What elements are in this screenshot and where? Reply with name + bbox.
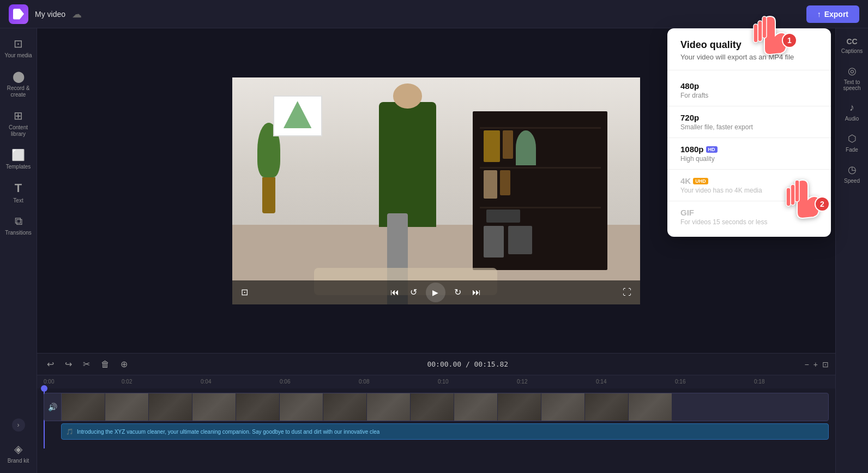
quality-option-gif[interactable]: GIF For videos 15 seconds or less — [667, 201, 831, 237]
delete-button[interactable]: 🗑 — [98, 357, 113, 372]
timeline-toolbar: ↩ ↪ ✂ 🗑 ⊕ 00:00.00 / 00:15.82 − + ⊡ — [37, 354, 835, 375]
time-separator: / — [466, 360, 474, 368]
video-track[interactable]: 🔊 — [44, 393, 829, 421]
playhead-handle — [41, 385, 47, 392]
sidebar-item-label: Your media — [4, 52, 32, 59]
caption-text: Introducing the XYZ vacuum cleaner, your… — [77, 429, 379, 435]
zoom-in-button[interactable]: + — [813, 360, 818, 369]
bookshelf — [473, 111, 607, 270]
sidebar-item-brand-kit[interactable]: ◈ Brand kit — [2, 438, 35, 469]
track-thumbnails — [62, 393, 828, 421]
export-button[interactable]: ↑ Export — [806, 5, 859, 23]
sidebar-item-label: Transitions — [5, 230, 32, 236]
ruler-mark-7: 0:14 — [596, 379, 606, 385]
track-thumb-8 — [367, 393, 411, 421]
person-figure — [379, 102, 436, 227]
ruler-mark-3: 0:06 — [280, 379, 290, 385]
quality-option-480p[interactable]: 480p For drafts — [667, 75, 831, 106]
top-bar: My video ☁ ↑ Export — [0, 0, 868, 28]
sidebar-item-content-library[interactable]: ⊞ Content library — [2, 105, 35, 142]
right-sidebar-item-audio[interactable]: ♪ Audio — [838, 98, 866, 126]
track-thumb-9 — [411, 393, 454, 421]
skip-back-button[interactable]: ⏮ — [388, 285, 401, 300]
tts-icon: ◎ — [848, 65, 857, 77]
video-title: My video — [35, 10, 65, 19]
skip-forward-button[interactable]: ⏭ — [470, 285, 483, 300]
sidebar-item-record[interactable]: ⬤ Record & create — [2, 65, 35, 103]
track-thumb-6 — [280, 393, 323, 421]
export-icon: ↑ — [817, 10, 821, 19]
time-display: 00:00.00 / 00:15.82 — [427, 360, 508, 368]
sidebar-item-label: Brand kit — [8, 458, 29, 464]
rewind-button[interactable]: ↺ — [408, 285, 419, 300]
text-icon: T — [15, 181, 22, 195]
speed-label: Speed — [844, 178, 860, 184]
video-track-row: 🔊 — [44, 393, 829, 421]
media-icon: ⊡ — [14, 37, 23, 50]
right-sidebar-item-tts[interactable]: ◎ Text to speech — [838, 61, 866, 95]
brand-icon: ◈ — [14, 442, 22, 456]
total-time: 00:15.82 — [474, 360, 509, 368]
quality-option-720p[interactable]: 720p Smaller file, faster export — [667, 106, 831, 137]
forward-button[interactable]: ↻ — [452, 285, 463, 300]
sidebar-item-your-media[interactable]: ⊡ Your media — [2, 33, 35, 63]
copy-button[interactable]: ⊕ — [117, 357, 131, 372]
track-thumb-3 — [149, 393, 192, 421]
fit-button[interactable]: ⊡ — [822, 360, 829, 369]
quality-name-1080p: 1080pHD — [680, 145, 818, 154]
cut-button[interactable]: ✂ — [80, 357, 93, 372]
quality-option-4k[interactable]: 4KUHD Your video has no 4K media — [667, 170, 831, 201]
captions-icon: CC — [846, 37, 857, 46]
timeline-tools: ↩ ↪ ✂ 🗑 ⊕ — [44, 357, 131, 372]
track-thumb-7 — [323, 393, 367, 421]
undo-button[interactable]: ↩ — [44, 357, 57, 372]
caption-icon: 🎵 — [66, 428, 74, 435]
sidebar-item-templates[interactable]: ⬜ Templates — [2, 144, 35, 175]
quality-desc-480p: For drafts — [680, 92, 818, 99]
crop-button[interactable]: ⊡ — [239, 285, 250, 300]
audio-icon: ♪ — [849, 102, 854, 113]
left-sidebar: ⊡ Your media ⬤ Record & create ⊞ Content… — [0, 28, 37, 473]
dropdown-header: Video quality Your video will export as … — [667, 28, 831, 65]
speed-icon: ◷ — [848, 164, 857, 176]
play-button[interactable]: ▶ — [426, 283, 445, 302]
sidebar-item-label: Content library — [4, 124, 33, 137]
sidebar-item-transitions[interactable]: ⧉ Transitions — [2, 211, 35, 241]
top-bar-left: My video ☁ — [9, 4, 82, 24]
sidebar-item-label: Record & create — [4, 85, 33, 98]
sidebar-item-label: Templates — [6, 164, 31, 170]
room-background — [232, 77, 640, 304]
zoom-out-button[interactable]: − — [805, 360, 809, 369]
ruler-mark-0: 0:00 — [44, 379, 54, 385]
fullscreen-button[interactable]: ⛶ — [620, 285, 634, 300]
track-thumb-12 — [541, 393, 585, 421]
dropdown-subtitle: Your video will export as an MP4 file — [680, 53, 818, 61]
fade-label: Fade — [846, 147, 858, 153]
track-thumb-4 — [192, 393, 236, 421]
quality-desc-1080p: High quality — [680, 155, 818, 163]
ruler-mark-4: 0:08 — [359, 379, 369, 385]
video-quality-dropdown: Video quality Your video will export as … — [667, 28, 831, 237]
quality-name-720p: 720p — [680, 113, 818, 122]
right-sidebar: CC Captions ◎ Text to speech ♪ Audio ⬡ F… — [835, 28, 868, 473]
caption-track-row: 🎵 Introducing the XYZ vacuum cleaner, yo… — [44, 423, 829, 442]
right-sidebar-item-speed[interactable]: ◷ Speed — [838, 159, 866, 188]
tts-label: Text to speech — [840, 79, 864, 91]
quality-desc-gif: For videos 15 seconds or less — [680, 218, 818, 226]
app-logo — [9, 4, 28, 24]
track-thumb-13 — [585, 393, 629, 421]
captions-label: Captions — [841, 48, 863, 54]
sidebar-item-text[interactable]: T Text — [2, 177, 35, 208]
quality-name-gif: GIF — [680, 208, 818, 217]
redo-button[interactable]: ↪ — [62, 357, 75, 372]
track-thumb-14 — [629, 393, 672, 421]
quality-option-1080p[interactable]: 1080pHD High quality — [667, 138, 831, 169]
right-sidebar-item-captions[interactable]: CC Captions — [838, 33, 866, 58]
right-sidebar-item-fade[interactable]: ⬡ Fade — [838, 128, 866, 157]
sidebar-collapse-button[interactable]: › — [12, 418, 25, 432]
caption-track[interactable]: 🎵 Introducing the XYZ vacuum cleaner, yo… — [61, 423, 829, 440]
timeline-area: ↩ ↪ ✂ 🗑 ⊕ 00:00.00 / 00:15.82 − + ⊡ — [37, 353, 835, 473]
quality-name-480p: 480p — [680, 81, 818, 91]
ruler-mark-8: 0:16 — [675, 379, 685, 385]
track-thumb-5 — [236, 393, 280, 421]
